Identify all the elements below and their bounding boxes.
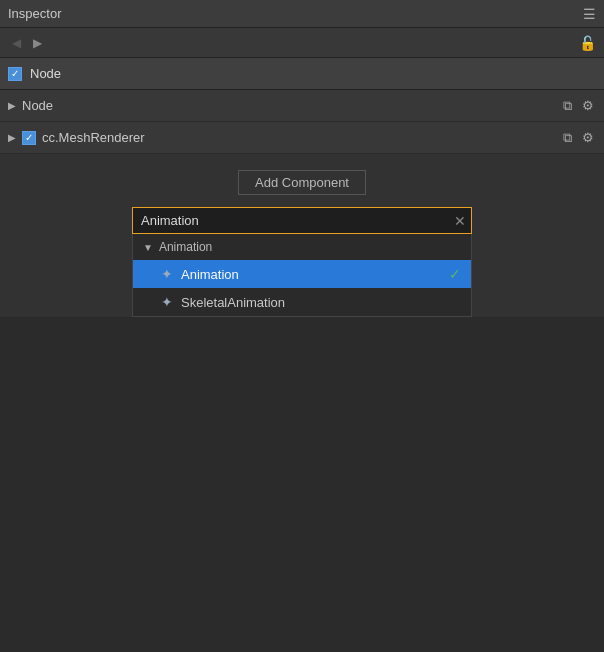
node-section-settings-icon[interactable]: ⚙: [580, 96, 596, 115]
dropdown-item-skeletal-animation[interactable]: ✦ SkeletalAnimation: [133, 288, 471, 316]
dropdown-item-animation[interactable]: ✦ Animation ✓: [133, 260, 471, 288]
node-section-icons: ⧉ ⚙: [561, 96, 596, 116]
animation-check-icon: ✓: [449, 266, 461, 282]
inspector-title: Inspector: [8, 6, 61, 21]
mesh-renderer-section-row: ▶ ✓ cc.MeshRenderer ⧉ ⚙: [0, 122, 604, 154]
mesh-renderer-copy-icon[interactable]: ⧉: [561, 128, 574, 148]
search-input[interactable]: [132, 207, 472, 234]
dropdown-group-header: ▼ Animation: [133, 234, 471, 260]
node-header-label: Node: [30, 66, 61, 81]
mesh-renderer-section-left: ▶ ✓ cc.MeshRenderer: [8, 130, 145, 145]
node-checkbox[interactable]: ✓: [8, 67, 22, 81]
lock-icon[interactable]: 🔓: [579, 35, 596, 51]
node-section-left: ▶ Node: [8, 98, 53, 113]
node-header-row: ✓ Node: [0, 58, 604, 90]
mesh-renderer-settings-icon[interactable]: ⚙: [580, 128, 596, 147]
forward-arrow-icon[interactable]: ▶: [29, 34, 46, 52]
checkbox-check-icon: ✓: [11, 69, 19, 79]
add-component-button[interactable]: Add Component: [238, 170, 366, 195]
search-container: ✕: [132, 207, 472, 234]
dropdown-group-label: Animation: [159, 240, 212, 254]
mesh-renderer-section-icons: ⧉ ⚙: [561, 128, 596, 148]
mesh-renderer-arrow[interactable]: ▶: [8, 132, 16, 143]
hamburger-menu-icon[interactable]: ☰: [583, 6, 596, 22]
node-section-copy-icon[interactable]: ⧉: [561, 96, 574, 116]
component-dropdown: ▼ Animation ✦ Animation ✓ ✦ SkeletalAnim…: [132, 234, 472, 317]
mesh-renderer-label: cc.MeshRenderer: [42, 130, 145, 145]
title-bar: Inspector ☰: [0, 0, 604, 28]
animation-item-label: Animation: [181, 267, 239, 282]
node-section-row: ▶ Node ⧉ ⚙: [0, 90, 604, 122]
node-section-arrow[interactable]: ▶: [8, 100, 16, 111]
node-section-label: Node: [22, 98, 53, 113]
dropdown-group-arrow[interactable]: ▼: [143, 242, 153, 253]
animation-puzzle-icon: ✦: [161, 266, 173, 282]
skeletal-puzzle-icon: ✦: [161, 294, 173, 310]
nav-arrows: ◀ ▶: [8, 34, 46, 52]
title-bar-left: Inspector: [8, 6, 61, 21]
skeletal-animation-item-label: SkeletalAnimation: [181, 295, 285, 310]
search-clear-icon[interactable]: ✕: [454, 213, 466, 229]
nav-bar: ◀ ▶ 🔓: [0, 28, 604, 58]
add-component-area: Add Component ✕ ▼ Animation ✦ Animation …: [0, 154, 604, 317]
mesh-renderer-checkbox[interactable]: ✓: [22, 131, 36, 145]
back-arrow-icon[interactable]: ◀: [8, 34, 25, 52]
